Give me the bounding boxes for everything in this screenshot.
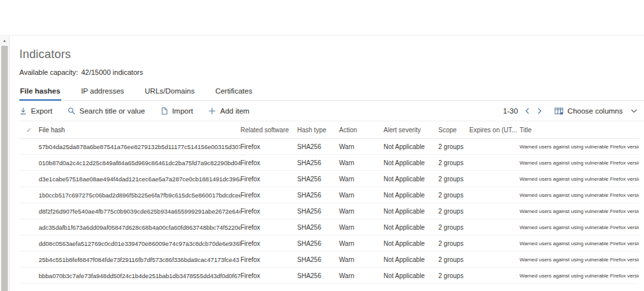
cell-alert-severity: Not Applicable xyxy=(384,272,438,279)
cell-file-hash: d8f2f26d907fe540ae4fb775c0b9039cde625b93… xyxy=(39,208,240,215)
columns-icon xyxy=(554,107,563,115)
tab-urls-domains[interactable]: URLs/Domains xyxy=(144,86,195,100)
cell-file-hash: 010b87d0a2c4c12d25c849af84a65d969c86461d… xyxy=(39,159,240,166)
cell-related-software: Firefox xyxy=(240,192,297,199)
export-button[interactable]: Export xyxy=(19,107,52,115)
cell-related-software: Firefox xyxy=(240,224,297,231)
cell-hash-type: SHA256 xyxy=(297,272,339,279)
cell-scope: 2 groups xyxy=(438,192,469,199)
cell-related-software: Firefox xyxy=(240,143,297,150)
cell-action: Warn xyxy=(339,159,384,166)
vertical-scrollbar[interactable]: ▲ xyxy=(0,36,10,291)
column-header-title[interactable]: Title xyxy=(520,126,639,134)
table-row[interactable]: dd08c0563aefa512769c0cd01e339470e86009e7… xyxy=(19,236,639,252)
search-label: Search title or value xyxy=(79,107,145,115)
cell-file-hash: dd08c0563aefa512769c0cd01e339470e86009e7… xyxy=(39,240,240,247)
cell-related-software: Firefox xyxy=(240,176,297,183)
plus-icon xyxy=(208,107,216,115)
tab-certificates[interactable]: Certificates xyxy=(215,86,253,100)
table-row[interactable]: bbba070b3c7afe73fa948dd50f24c1b4de251bab… xyxy=(19,268,639,284)
cell-action: Warn xyxy=(339,143,384,150)
cell-related-software: Firefox xyxy=(240,159,297,166)
cell-title: Warned users against using vulnerable Fi… xyxy=(520,176,639,182)
tab-bar: File hashes IP addresses URLs/Domains Ce… xyxy=(19,86,644,101)
capacity-label: Available capacity: xyxy=(19,68,78,76)
add-item-label: Add item xyxy=(220,107,249,115)
cell-title: Warned users against using vulnerable Fi… xyxy=(520,208,639,214)
cell-hash-type: SHA256 xyxy=(297,208,339,215)
cell-title: Warned users against using vulnerable Fi… xyxy=(520,192,639,198)
column-header-hash-type[interactable]: Hash type xyxy=(297,126,339,134)
cell-hash-type: SHA256 xyxy=(297,143,339,150)
cell-title: Warned users against using vulnerable Fi… xyxy=(520,273,639,279)
cell-action: Warn xyxy=(339,272,384,279)
column-header-action[interactable]: Action xyxy=(339,126,384,134)
next-page-button[interactable] xyxy=(536,107,543,115)
previous-page-button[interactable] xyxy=(523,107,531,115)
cell-action: Warn xyxy=(339,192,384,199)
column-header-alert-severity[interactable]: Alert severity xyxy=(384,126,438,134)
table-row[interactable]: d8f2f26d907fe540ae4fb775c0b9039cde625b93… xyxy=(19,203,639,219)
scrollbar-up-icon[interactable]: ▲ xyxy=(0,36,9,45)
cell-alert-severity: Not Applicable xyxy=(384,159,438,166)
cell-hash-type: SHA256 xyxy=(297,159,339,166)
cell-hash-type: SHA256 xyxy=(297,176,339,183)
cell-file-hash: 1b0ccb517c697275c06bad2d896f5b225e6fa7fb… xyxy=(39,192,240,199)
table-row[interactable]: 010b87d0a2c4c12d25c849af84a65d969c86461d… xyxy=(19,155,639,171)
cell-related-software: Firefox xyxy=(240,208,297,215)
export-label: Export xyxy=(31,107,52,115)
choose-columns-label: Choose columns xyxy=(567,107,623,115)
import-button[interactable]: Import xyxy=(161,107,193,115)
chevron-left-icon xyxy=(524,107,530,115)
table-row[interactable]: d3e1cabe57518ae08ae494f4dad121cec6ae5a7a… xyxy=(19,171,639,187)
table-row[interactable]: 57b04da25da878a6be87541a76ee8279132b5d11… xyxy=(19,139,639,155)
cell-hash-type: SHA256 xyxy=(297,224,339,231)
cell-file-hash: 25b4c551b8fef8847f084fde73f29116fb7df573… xyxy=(39,256,240,263)
cell-alert-severity: Not Applicable xyxy=(384,256,438,263)
column-header-scope[interactable]: Scope xyxy=(438,126,469,134)
cell-scope: 2 groups xyxy=(438,176,469,183)
column-header-expires-on[interactable]: Expires on (UT... xyxy=(469,126,520,134)
cell-file-hash: 57b04da25da878a6be87541a76ee8279132b5d11… xyxy=(39,143,240,150)
add-item-button[interactable]: Add item xyxy=(208,107,249,115)
cell-action: Warn xyxy=(339,208,384,215)
cell-scope: 2 groups xyxy=(438,208,469,215)
cell-file-hash: adc35dafb1f673a6dd09af05847d628c68b4a00c… xyxy=(39,224,240,231)
cell-action: Warn xyxy=(339,176,384,183)
table-row[interactable]: 1b0ccb517c697275c06bad2d896f5b225e6fa7fb… xyxy=(19,187,639,203)
indicators-table: ✓ File hash Related software Hash type A… xyxy=(19,121,644,284)
table-body: 57b04da25da878a6be87541a76ee8279132b5d11… xyxy=(19,139,639,284)
column-header-file-hash[interactable]: File hash xyxy=(39,126,240,134)
cell-file-hash: bbba070b3c7afe73fa948dd50f24c1b4de251bab… xyxy=(39,272,240,279)
cell-title: Warned users against using vulnerable Fi… xyxy=(520,144,639,150)
cell-related-software: Firefox xyxy=(240,240,297,247)
cell-title: Warned users against using vulnerable Fi… xyxy=(520,225,639,230)
scrollbar-thumb[interactable] xyxy=(1,46,8,291)
cell-title: Warned users against using vulnerable Fi… xyxy=(520,241,639,246)
cell-alert-severity: Not Applicable xyxy=(384,192,438,199)
cell-action: Warn xyxy=(339,224,384,231)
cell-scope: 2 groups xyxy=(438,256,469,263)
tab-ip-addresses[interactable]: IP addresses xyxy=(81,86,125,100)
table-row[interactable]: 25b4c551b8fef8847f084fde73f29116fb7df573… xyxy=(19,252,639,268)
choose-columns-button[interactable]: Choose columns xyxy=(554,107,638,115)
page-title: Indicators xyxy=(19,48,644,61)
import-label: Import xyxy=(172,107,193,115)
tab-file-hashes[interactable]: File hashes xyxy=(19,86,61,100)
cell-related-software: Firefox xyxy=(240,256,297,263)
select-all-icon[interactable]: ✓ xyxy=(19,126,39,134)
search-button[interactable]: Search title or value xyxy=(68,107,145,115)
command-bar: Export Search title or value Import Add … xyxy=(19,101,644,121)
cell-hash-type: SHA256 xyxy=(297,240,339,247)
cell-scope: 2 groups xyxy=(438,240,469,247)
download-icon xyxy=(19,107,27,115)
table-row[interactable]: adc35dafb1f673a6dd09af05847d628c68b4a00c… xyxy=(19,219,639,236)
cell-scope: 2 groups xyxy=(438,143,469,150)
cell-alert-severity: Not Applicable xyxy=(384,224,438,231)
available-capacity: Available capacity:42/15000 indicators xyxy=(19,68,644,76)
chevron-down-icon xyxy=(630,108,638,114)
cell-alert-severity: Not Applicable xyxy=(384,208,438,215)
cell-action: Warn xyxy=(339,256,384,263)
column-header-related-software[interactable]: Related software xyxy=(240,126,297,134)
capacity-value: 42/15000 indicators xyxy=(81,68,143,76)
